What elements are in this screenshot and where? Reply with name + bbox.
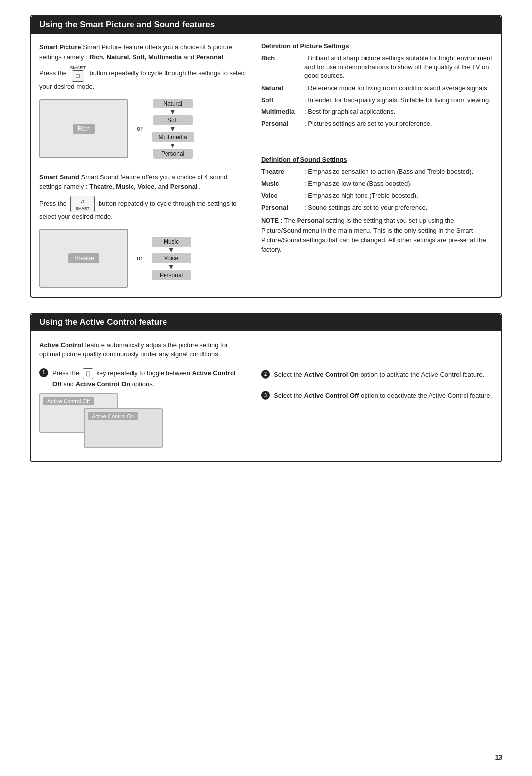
smart-sound-para: Smart Sound Smart Sound feature offers y… xyxy=(39,173,246,192)
def-multimedia: Multimedia : Best for graphical applicat… xyxy=(261,107,493,116)
term-personal-sound: Personal xyxy=(261,203,300,212)
step1-text2: key repeatedly to toggle between xyxy=(96,369,192,377)
step2-text2: option to activate the Active Control fe… xyxy=(361,371,484,378)
smart-sound-button[interactable]: ♫ SMART xyxy=(70,196,95,212)
step1-text4: options. xyxy=(132,380,155,388)
ac-tag-off: Active Control Off xyxy=(43,397,94,405)
step3-text1: Select the xyxy=(274,392,304,399)
smart-btn2: ♫ SMART xyxy=(70,196,95,212)
smart-picture-personal: Personal xyxy=(196,53,223,61)
smart-picture-label: Smart Picture xyxy=(39,43,81,51)
step2-text: Select the Active Control On option to a… xyxy=(274,370,484,380)
step1-text: Press the ⎕ key repeatedly to toggle bet… xyxy=(52,368,246,389)
ac-box-on: Active Control On xyxy=(84,408,163,448)
spacer-right xyxy=(261,131,493,156)
desc-multimedia: : Best for graphical applications. xyxy=(304,107,493,116)
ac-tag-on: Active Control On xyxy=(88,412,138,420)
step1-text3: and xyxy=(63,380,75,388)
pic-def-title: Definition of Picture Settings xyxy=(261,42,493,50)
term-soft: Soft xyxy=(261,96,300,105)
section1-two-col: Smart Picture Smart Picture feature offe… xyxy=(39,42,493,288)
smart-sound-end: . xyxy=(199,183,201,190)
smart-picture-para: Smart Picture Smart Picture feature offe… xyxy=(39,42,246,62)
button-label2: button repeatedly to cycle through the s… xyxy=(39,200,236,220)
desc-theatre: : Emphasize sensation to action (Bass an… xyxy=(304,167,493,176)
press-smart-sound: Press the ♫ SMART button repeatedly to c… xyxy=(39,196,246,222)
corner-br xyxy=(518,762,527,771)
corner-tl xyxy=(5,5,14,14)
arrow4: ▼ xyxy=(168,247,175,253)
tv-label-theatre: Theatre xyxy=(68,253,99,263)
sound-diagram: Theatre or Music ▼ Voice ▼ Personal xyxy=(39,229,246,288)
cycle-multimedia: Multimedia xyxy=(152,132,194,142)
spacer-steps xyxy=(261,384,493,391)
step2-text1: Select the xyxy=(274,371,304,378)
cycle-list-sound: Music ▼ Voice ▼ Personal xyxy=(152,237,191,280)
step3-bold: Active Control Off xyxy=(304,392,359,399)
term-music: Music xyxy=(261,179,300,188)
ac-key-btn: ⎕ xyxy=(83,368,93,379)
step1-row: 1 Press the ⎕ key repeatedly to toggle b… xyxy=(39,368,246,389)
def-voice: Voice : Emphasize high tone (Treble boos… xyxy=(261,191,493,200)
def-music: Music : Emphasize low tone (Bass boosted… xyxy=(261,179,493,188)
section1-left: Smart Picture Smart Picture feature offe… xyxy=(39,42,246,288)
desc-natural: : Reference mode for living room conditi… xyxy=(304,84,493,93)
step2-row: 2 Select the Active Control On option to… xyxy=(261,370,493,380)
step3-text2: option to deactivate the Active Control … xyxy=(361,392,492,399)
cycle-soft: Soft xyxy=(153,115,193,125)
spacer-ac-right xyxy=(261,340,493,370)
section2-box: Using the Active Control feature Active … xyxy=(30,313,502,463)
ac-intro-bold: Active Control xyxy=(39,341,83,349)
arrow2: ▼ xyxy=(169,125,176,132)
cycle-natural: Natural xyxy=(153,99,193,108)
corner-tr xyxy=(518,5,527,14)
cycle-personal-sound: Personal xyxy=(152,270,191,280)
tv-screen-sound: Theatre xyxy=(39,229,128,288)
desc-rich: : Brilliant and sharp picture settings s… xyxy=(304,54,493,81)
desc-personal-pic: : Pictures settings are set to your pref… xyxy=(304,119,493,128)
tv-label-rich: Rich xyxy=(73,124,95,134)
sound-def-title: Definition of Sound Settings xyxy=(261,156,493,163)
smart-btn: SMART □ xyxy=(70,66,86,82)
press-text: Press the xyxy=(39,70,66,77)
def-personal-pic: Personal : Pictures settings are set to … xyxy=(261,119,493,128)
note-label: NOTE xyxy=(261,217,279,224)
or-text-sound: or xyxy=(137,254,143,262)
step3-num: 3 xyxy=(261,391,270,400)
step2-num: 2 xyxy=(261,370,270,379)
step2-bold: Active Control On xyxy=(304,371,359,378)
term-rich: Rich xyxy=(261,54,300,81)
spacer1 xyxy=(39,159,246,173)
def-natural: Natural : Reference mode for living room… xyxy=(261,84,493,93)
cycle-list-picture: Natural ▼ Soft ▼ Multimedia ▼ Personal xyxy=(152,99,194,159)
section2-title: Using the Active Control feature xyxy=(31,314,501,331)
step1-num: 1 xyxy=(39,368,48,377)
smart-picture-button[interactable]: □ xyxy=(72,70,84,82)
ac-intro-para: Active Control feature automatically adj… xyxy=(39,340,246,359)
desc-personal-sound: : Sound settings are set to your prefere… xyxy=(304,203,493,212)
section2-left: Active Control feature automatically adj… xyxy=(39,340,246,453)
press-smart-picture: Press the SMART □ button repeatedly to c… xyxy=(39,66,246,92)
picture-diagram: Rich or Natural ▼ Soft ▼ Multimedia ▼ Pe… xyxy=(39,99,246,159)
smart-picture-end: . xyxy=(225,53,227,61)
desc-soft: : Intended for bad-quality signals. Suit… xyxy=(304,96,493,105)
ac-diagram: Active Control Off Active Control On xyxy=(39,393,167,453)
step1-text1: Press the xyxy=(52,369,79,377)
desc-voice: : Emphasize high tone (Treble boosted). xyxy=(304,191,493,200)
smart-sound-and: and xyxy=(158,183,170,190)
cycle-music: Music xyxy=(152,237,191,247)
section1-right: Definition of Picture Settings Rich : Br… xyxy=(261,42,493,288)
def-theatre: Theatre : Emphasize sensation to action … xyxy=(261,167,493,176)
section2-two-col: Active Control feature automatically adj… xyxy=(39,340,493,453)
section1-content: Smart Picture Smart Picture feature offe… xyxy=(31,34,501,297)
smart-sound-modes: Theatre, Music, Voice, xyxy=(89,183,156,190)
or-text-picture: or xyxy=(137,125,143,132)
desc-music: : Emphasize low tone (Bass boosted). xyxy=(304,179,493,188)
def-personal-sound: Personal : Sound settings are set to you… xyxy=(261,203,493,212)
smart-sound-personal: Personal xyxy=(170,183,198,190)
def-rich: Rich : Brilliant and sharp picture setti… xyxy=(261,54,493,81)
section2-title-text: Using the Active Control feature xyxy=(39,317,167,327)
section1-title: Using the Smart Picture and Sound featur… xyxy=(31,16,501,34)
smart-sound-label: Smart Sound xyxy=(39,174,79,181)
section2-right: 2 Select the Active Control On option to… xyxy=(261,340,493,453)
